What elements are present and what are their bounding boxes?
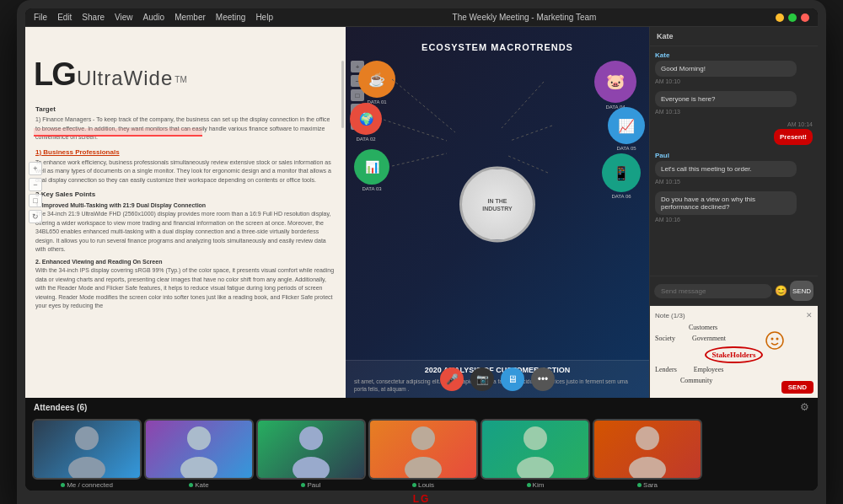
doc-section1-content: To enhance work efficiency, business pro… — [35, 158, 336, 185]
window-controls — [776, 13, 809, 22]
monitor-bezel-bottom: LG — [25, 491, 818, 504]
chat-send-button[interactable]: SEND — [790, 281, 813, 301]
share-button[interactable]: 🖥 — [501, 367, 524, 391]
chat-input-area: 😊 SEND — [650, 276, 818, 305]
svg-line-3 — [502, 82, 544, 128]
person-silhouette-kate — [174, 423, 224, 478]
svg-point-14 — [293, 457, 330, 478]
svg-point-19 — [636, 426, 659, 450]
chat-msg-paul1: Paul Let's call this meeting to order. A… — [655, 152, 813, 185]
svg-point-9 — [75, 426, 99, 450]
menu-help[interactable]: Help — [255, 13, 273, 22]
menu-meeting[interactable]: Meeting — [216, 13, 246, 22]
svg-point-16 — [405, 457, 442, 478]
svg-line-2 — [392, 153, 447, 166]
main-content: LG UltraWide TM Target 1) Finance Manage… — [25, 27, 818, 398]
doc-keypoint1-title: 1. Improved Multi-Tasking with 21:9 Dual… — [35, 202, 206, 208]
monitor-screen: File Edit Share View Audio Member Meetin… — [25, 8, 818, 491]
note-content: Customers Society Government StakeHolder… — [655, 323, 813, 387]
menu-share[interactable]: Share — [82, 13, 105, 22]
presentation-panel: + − □ ▲ ▼ ECOSYSTEM MACROTRENDS IN THE I… — [346, 27, 649, 398]
doc-section2-title: 3 Key Sales Points — [35, 190, 336, 199]
svg-point-12 — [180, 457, 217, 478]
menu-bar[interactable]: File Edit Share View Audio Member Meetin… — [34, 13, 273, 22]
doc-keypoint1-content: The 34-inch 21:9 UltraWide FHD (2560x100… — [35, 211, 330, 252]
menu-audio[interactable]: Audio — [143, 13, 165, 22]
chat-header: Kate — [650, 27, 818, 46]
attendee-paul: Paul — [256, 419, 366, 489]
pres-bubble-d6: 📱 DATA 06 — [602, 153, 641, 199]
doc-section1-title: 1) Business Professionals — [35, 147, 336, 157]
window-title: The Weekly Meeting - Marketing Team — [453, 13, 597, 22]
note-send-button[interactable]: SEND — [781, 381, 813, 394]
attendees-settings-icon[interactable]: ⚙ — [800, 401, 809, 413]
maximize-btn[interactable] — [788, 13, 797, 22]
note-panel: Note (1/3) ✕ Customers Society Governmen… — [650, 305, 818, 398]
menu-edit[interactable]: Edit — [57, 13, 72, 22]
lg-logo: LG — [413, 493, 431, 504]
chat-msg-kate1: Kate Good Morning! AM 10:10 — [655, 51, 813, 84]
doc-panel: LG UltraWide TM Target 1) Finance Manage… — [25, 27, 346, 398]
chat-msg-me: AM 10:14 Present! — [655, 121, 813, 145]
mic-button[interactable]: 🎤 — [440, 367, 464, 391]
doc-target-title: Target — [35, 105, 336, 114]
menu-view[interactable]: View — [115, 13, 133, 22]
svg-point-11 — [187, 426, 211, 450]
monitor-outer: File Edit Share View Audio Member Meetin… — [17, 0, 826, 504]
person-silhouette-me — [62, 423, 112, 478]
doc-annotation-underline — [34, 128, 202, 137]
attendee-kate: Kate — [144, 419, 254, 489]
svg-line-0 — [392, 79, 455, 132]
more-button[interactable]: ••• — [531, 367, 555, 391]
person-silhouette-louis — [398, 423, 448, 478]
video-button[interactable]: 📷 — [470, 367, 494, 391]
attendee-louis: Louis — [368, 419, 478, 489]
svg-line-1 — [384, 120, 447, 141]
doc-zoom-out-btn[interactable]: − — [29, 178, 42, 191]
attendees-bar: Attendees (6) ⚙ — [25, 398, 818, 491]
doc-fit-btn[interactable]: □ — [29, 194, 42, 207]
note-close-icon[interactable]: ✕ — [806, 311, 813, 319]
attendee-me: Me / connected — [32, 419, 142, 489]
pres-bubble-d1: ☕ DATA 01 — [358, 61, 395, 105]
attendee-kim: Kim — [481, 419, 590, 489]
doc-rotate-btn[interactable]: ↻ — [29, 210, 42, 223]
chat-msg-kate2: Everyone is here? AM 10:13 — [655, 91, 813, 115]
attendees-title: Attendees (6) — [34, 403, 87, 412]
chat-msg-paul2: Do you have a view on why this performan… — [655, 191, 813, 223]
note-title: Note (1/3) — [655, 312, 685, 319]
svg-point-6 — [766, 332, 783, 349]
note-smiley-icon — [765, 331, 784, 350]
svg-point-20 — [629, 457, 666, 478]
svg-point-10 — [68, 457, 105, 478]
chat-input[interactable] — [654, 284, 772, 298]
person-silhouette-sara — [622, 423, 673, 478]
menu-file[interactable]: File — [34, 13, 47, 22]
svg-point-15 — [411, 426, 435, 450]
brand-logo: LG UltraWide TM — [34, 52, 187, 97]
pres-bubble-d3: 📊 DATA 03 — [354, 149, 389, 191]
svg-point-13 — [299, 426, 323, 450]
svg-point-17 — [524, 426, 547, 450]
chat-messages: Kate Good Morning! AM 10:10 Everyone is … — [650, 46, 818, 276]
svg-point-7 — [771, 338, 774, 340]
doc-keypoint2-title: 2. Enhanced Viewing and Reading On Scree… — [35, 259, 162, 265]
svg-point-8 — [776, 338, 779, 340]
doc-scrollbar[interactable] — [341, 61, 344, 128]
person-silhouette-paul — [286, 423, 336, 478]
doc-keypoint2-content: With the 34-inch IPS display covering sR… — [35, 267, 334, 308]
doc-zoom-in-btn[interactable]: + — [29, 162, 42, 175]
person-silhouette-kim — [510, 423, 561, 478]
pres-title: ECOSYSTEM MACROTRENDS — [346, 42, 649, 52]
minimize-btn[interactable] — [776, 13, 784, 22]
attendee-sara: Sara — [593, 419, 702, 489]
svg-point-18 — [517, 457, 554, 478]
pres-center-circle: IN THE INDUSTRY — [459, 166, 535, 242]
emoji-icon[interactable]: 😊 — [775, 285, 787, 297]
close-btn[interactable] — [801, 13, 809, 22]
pres-bubble-d4: 🐷 DATA 04 — [594, 61, 636, 110]
pres-bubble-d2: 🌍 DATA 02 — [350, 103, 382, 142]
svg-line-4 — [510, 126, 552, 141]
chat-panel: Kate Kate Good Morning! AM 10:10 Everyon… — [649, 27, 818, 398]
menu-member[interactable]: Member — [175, 13, 206, 22]
